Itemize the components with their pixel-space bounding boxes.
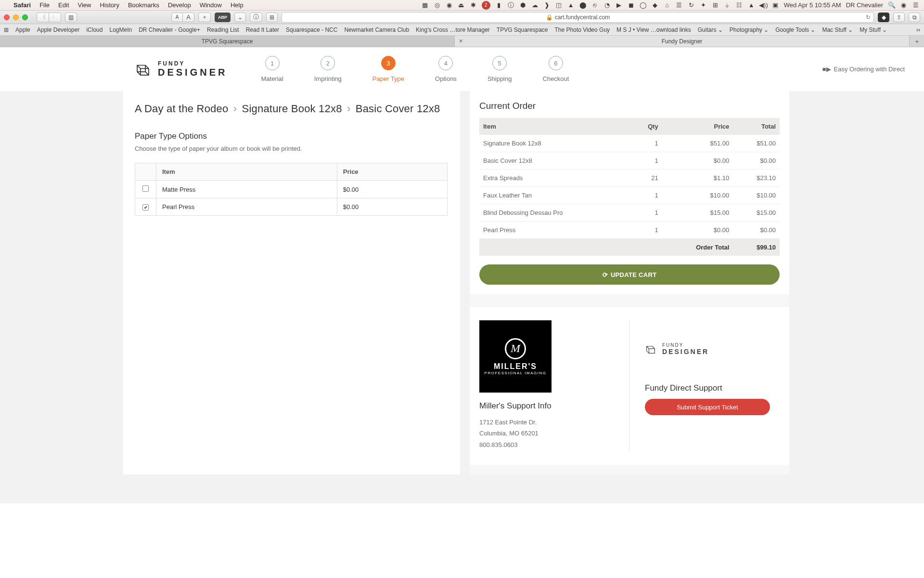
menubar-clock[interactable]: Wed Apr 5 10:55 AM	[784, 1, 841, 9]
bookmark-item[interactable]: Apple	[15, 26, 30, 33]
menu-develop[interactable]: Develop	[168, 1, 191, 9]
bookmark-item[interactable]: Apple Developer	[37, 26, 80, 33]
bookmark-item[interactable]: Reading List	[207, 26, 239, 33]
menu-bookmarks[interactable]: Bookmarks	[128, 1, 159, 9]
window-zoom-button[interactable]	[22, 14, 28, 20]
notification-badge[interactable]: 2	[482, 1, 490, 10]
bookmark-folder[interactable]: Mac Stuff ⌄	[822, 26, 853, 33]
bookmark-folder[interactable]: Photography ⌄	[730, 26, 769, 33]
clock-icon[interactable]: ◔	[603, 1, 611, 9]
tab-new-button[interactable]: ＋	[910, 36, 924, 47]
status-icon[interactable]: ⎋	[591, 1, 599, 9]
status-icon[interactable]: ✦	[700, 1, 707, 9]
tab-tpvg[interactable]: TPVG Squarespace	[0, 36, 455, 47]
volume-icon[interactable]: ◀))	[760, 1, 767, 9]
status-icon[interactable]: ◉	[446, 1, 453, 9]
status-icon[interactable]: ▦	[422, 1, 429, 9]
status-icon[interactable]: ⊞	[712, 1, 719, 9]
status-icon[interactable]: ◼	[628, 1, 635, 9]
bookmark-item[interactable]: Read It Later	[246, 26, 279, 33]
pinboard-icon[interactable]: ◆	[878, 13, 889, 22]
order-price: $1.10	[662, 170, 733, 187]
status-icon[interactable]: ◫	[555, 1, 563, 9]
extension-icon[interactable]: ⊞	[266, 13, 278, 22]
status-icon[interactable]: ✱	[470, 1, 477, 9]
tabs-overview-button[interactable]: ⧉	[909, 13, 920, 22]
status-icon[interactable]: ▶	[616, 1, 623, 9]
wifi-icon[interactable]: ⏚	[724, 1, 731, 9]
sidebar-toggle-button[interactable]: ▥	[65, 13, 77, 22]
siri-icon[interactable]: ◉	[900, 1, 907, 9]
status-icon[interactable]: ▣	[772, 1, 779, 9]
app-name[interactable]: Safari	[13, 1, 31, 9]
menu-file[interactable]: File	[39, 1, 50, 9]
status-icon[interactable]: ◎	[434, 1, 441, 9]
new-tab-button[interactable]: ＋	[198, 13, 211, 22]
menu-help[interactable]: Help	[231, 1, 244, 9]
fundy-logo[interactable]: FUNDY DESIGNER	[135, 60, 227, 78]
step-options[interactable]: 4 Options	[435, 56, 457, 82]
bookmark-item[interactable]: TPVG Squarespace	[497, 26, 548, 33]
bookmarks-overflow[interactable]: ››	[916, 26, 920, 33]
status-icon[interactable]: ☁	[531, 1, 539, 9]
text-size-large-button[interactable]: A	[183, 13, 194, 22]
menu-edit[interactable]: Edit	[58, 1, 69, 9]
bookmark-item[interactable]: King's Cross …tore Manager	[416, 26, 490, 33]
info-icon[interactable]: ⓘ	[250, 13, 262, 22]
menu-view[interactable]: View	[78, 1, 91, 9]
status-icon[interactable]: ❱	[543, 1, 551, 9]
bookmark-item[interactable]: The Photo Video Guy	[555, 26, 610, 33]
bookmark-item[interactable]: DR Chevalier - Google+	[139, 26, 200, 33]
bookmark-item[interactable]: M S J • View …ownload links	[616, 26, 691, 33]
status-icon[interactable]: ▲	[567, 1, 575, 9]
status-icon[interactable]: ☰	[676, 1, 683, 9]
status-icon[interactable]: ⏏	[458, 1, 465, 9]
bookmark-folder[interactable]: Google Tools ⌄	[775, 26, 815, 33]
status-icon[interactable]: ☷	[736, 1, 743, 9]
dropbox-icon[interactable]: ⬢	[519, 1, 526, 9]
eject-icon[interactable]: ▲	[748, 1, 755, 9]
bookmark-folder[interactable]: My Stuff ⌄	[860, 26, 887, 33]
status-icon[interactable]: ⓘ	[507, 1, 514, 9]
step-paper-type[interactable]: 3 Paper Type	[372, 56, 404, 82]
bookmark-item[interactable]: Squarespace - NCC	[286, 26, 337, 33]
tab-close-icon[interactable]: ✕	[459, 38, 463, 44]
submit-ticket-button[interactable]: Submit Support Ticket	[645, 399, 770, 415]
menu-window[interactable]: Window	[200, 1, 222, 9]
back-button[interactable]: 〈	[37, 13, 49, 22]
window-minimize-button[interactable]	[13, 14, 19, 20]
text-size-small-button[interactable]: A	[171, 13, 183, 22]
option-checkbox-matte[interactable]	[142, 185, 149, 192]
step-imprinting[interactable]: 2 Imprinting	[314, 56, 342, 82]
status-icon[interactable]: ↻	[688, 1, 695, 9]
option-checkbox-pearl[interactable]: ✔	[142, 204, 149, 210]
bookmark-item[interactable]: iCloud	[86, 26, 103, 33]
update-cart-button[interactable]: ⟳ UPDATE CART	[479, 264, 780, 285]
step-checkout[interactable]: 6 Checkout	[542, 56, 569, 82]
spotlight-icon[interactable]: 🔍	[888, 1, 895, 9]
status-icon[interactable]: ◯	[640, 1, 647, 9]
option-item: Matte Press	[156, 181, 337, 198]
notification-center-icon[interactable]: ☰	[912, 1, 919, 9]
window-close-button[interactable]	[4, 14, 10, 20]
step-material[interactable]: 1 Material	[261, 56, 283, 82]
bookmark-item[interactable]: Newmarket Camera Club	[344, 26, 409, 33]
status-icon[interactable]: ⌂	[664, 1, 671, 9]
menu-history[interactable]: History	[100, 1, 119, 9]
status-icon[interactable]: ⬤	[579, 1, 587, 9]
easy-ordering-link[interactable]: ■▶ Easy Ordering with Direct	[822, 66, 905, 73]
pocket-icon[interactable]: ⌄	[234, 13, 246, 22]
url-bar[interactable]: 🔒 cart.fundycentral.com ↻	[282, 12, 874, 23]
forward-button[interactable]: 〉	[49, 13, 61, 22]
reload-icon[interactable]: ↻	[866, 14, 871, 21]
tab-fundy[interactable]: ✕ Fundy Designer	[455, 36, 910, 47]
top-sites-icon[interactable]: ⊞	[4, 26, 9, 33]
menubar-user[interactable]: DR Chevalier	[846, 1, 883, 9]
bookmark-folder[interactable]: Guitars ⌄	[698, 26, 723, 33]
share-button[interactable]: ⇪	[893, 13, 905, 22]
bookmark-item[interactable]: LogMeIn	[109, 26, 132, 33]
status-icon[interactable]: ▮	[495, 1, 502, 9]
status-icon[interactable]: ◆	[652, 1, 659, 9]
step-shipping[interactable]: 5 Shipping	[488, 56, 512, 82]
adblock-icon[interactable]: ABP	[215, 13, 231, 22]
